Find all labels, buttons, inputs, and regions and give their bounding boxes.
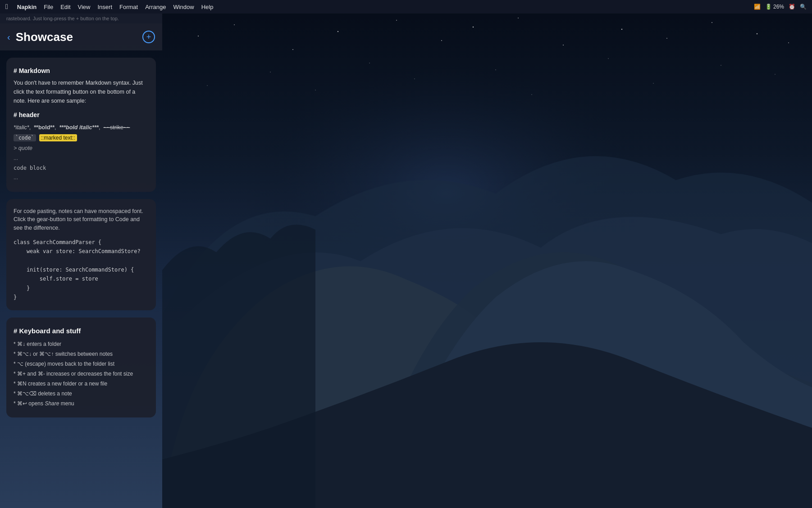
apple-menu[interactable]: 	[5, 3, 8, 11]
code-line-5: self.store = store	[14, 274, 149, 283]
markdown-note[interactable]: # Markdown You don't have to remember Ma…	[6, 58, 156, 192]
italic-sample: *italic*	[14, 124, 29, 131]
back-button[interactable]: ‹	[7, 32, 10, 42]
svg-point-4	[292, 49, 293, 50]
svg-point-25	[653, 83, 654, 84]
code-marked-line: `code` ::marked text::	[14, 133, 149, 142]
quote-sample: > quote	[14, 144, 149, 153]
svg-point-13	[712, 22, 712, 23]
add-button[interactable]: +	[142, 31, 155, 43]
svg-point-24	[531, 94, 532, 95]
menubar-arrange[interactable]: Arrange	[145, 4, 166, 10]
svg-point-17	[369, 63, 370, 64]
markdown-section: # header *italic*, **bold**, ***bold ita…	[14, 110, 149, 182]
markdown-heading: # Markdown	[14, 66, 149, 76]
svg-point-22	[315, 90, 316, 91]
marked-text-sample: ::marked text::	[39, 134, 77, 141]
svg-point-14	[757, 33, 757, 34]
svg-point-19	[608, 58, 609, 59]
svg-point-15	[788, 42, 789, 43]
svg-point-7	[441, 40, 442, 41]
markdown-body: You don't have to remember Markdown synt…	[14, 78, 149, 105]
svg-point-21	[207, 85, 208, 86]
menubar-help[interactable]: Help	[201, 4, 214, 10]
menubar-file[interactable]: File	[44, 4, 53, 10]
svg-point-11	[621, 29, 622, 30]
keyboard-heading: # Keyboard and stuff	[14, 326, 149, 336]
menubar-right: 📶 🔋 26% ⏰ 🔍	[754, 4, 807, 10]
code-line-6: }	[14, 284, 149, 293]
keyboard-list: * ⌘↓ enters a folder * ⌘⌥↓ or ⌘⌥↑ switch…	[14, 340, 149, 408]
codeblock-sample: code block	[14, 164, 149, 172]
keyboard-note[interactable]: # Keyboard and stuff * ⌘↓ enters a folde…	[6, 318, 156, 417]
menubar:  Napkin File Edit View Insert Format Ar…	[0, 0, 812, 14]
menubar-view[interactable]: View	[78, 4, 91, 10]
code-desc-line1: For code pasting, notes can have monospa…	[14, 208, 143, 214]
svg-point-3	[234, 24, 235, 25]
kbd-item-3: * ⌥ (escape) moves back to the folder li…	[14, 360, 149, 368]
dots-sample-2: ...	[14, 173, 149, 182]
svg-point-26	[775, 74, 776, 75]
code-note[interactable]: For code pasting, notes can have monospa…	[6, 199, 156, 310]
markdown-inline-line: *italic*, **bold**, ***bold italic***, ~…	[14, 123, 149, 132]
menubar-insert[interactable]: Insert	[98, 4, 113, 10]
kbd-item-1: * ⌘↓ enters a folder	[14, 340, 149, 348]
svg-point-10	[563, 45, 564, 45]
svg-point-20	[721, 65, 721, 66]
scroll-area[interactable]: # Markdown You don't have to remember Ma…	[0, 50, 162, 508]
svg-point-8	[473, 27, 474, 27]
menubar-edit[interactable]: Edit	[60, 4, 70, 10]
bold-italic-sample: ***bold italic***	[59, 124, 99, 131]
menubar-format[interactable]: Format	[119, 4, 138, 10]
code-inline-sample: `code`	[14, 134, 36, 141]
menubar-search[interactable]: 🔍	[800, 4, 807, 10]
svg-point-12	[666, 38, 667, 39]
code-line-3	[14, 256, 149, 265]
svg-point-18	[495, 69, 496, 70]
header-bar: ‹ Showcase +	[0, 23, 162, 50]
menubar-battery: 🔋 26%	[765, 4, 784, 10]
code-line-1: class SearchCommandParser {	[14, 238, 149, 247]
menubar-napkin[interactable]: Napkin	[17, 4, 36, 10]
napkin-panel: rasteboard. Just long-press the + button…	[0, 14, 162, 508]
svg-point-9	[518, 18, 519, 18]
code-line-4: init(store: SearchCommandStore) {	[14, 265, 149, 274]
top-hint: rasteboard. Just long-press the + button…	[0, 14, 162, 23]
svg-point-5	[338, 31, 338, 32]
kbd-item-6: * ⌘⌥⌫ deletes a note	[14, 390, 149, 398]
kbd-item-2: * ⌘⌥↓ or ⌘⌥↑ switches between notes	[14, 350, 149, 358]
code-block: class SearchCommandParser { weak var sto…	[14, 238, 149, 302]
code-line-7: }	[14, 293, 149, 302]
menubar-window[interactable]: Window	[173, 4, 194, 10]
kbd-item-5: * ⌘N creates a new folder or a new file	[14, 380, 149, 388]
svg-point-23	[414, 78, 415, 79]
svg-point-6	[396, 20, 397, 21]
code-line-2: weak var store: SearchCommandStore?	[14, 247, 149, 256]
kbd-item-7: * ⌘↩ opens Share menu	[14, 399, 149, 408]
dots-sample-1: ...	[14, 154, 149, 163]
menubar-left:  Napkin File Edit View Insert Format Ar…	[5, 3, 213, 11]
strike-sample: ~~strike~~	[103, 124, 130, 131]
code-desc: For code pasting, notes can have monospa…	[14, 207, 149, 232]
kbd-item-4: * ⌘+ and ⌘- increases or decreases the f…	[14, 370, 149, 378]
menubar-wifi: 📶	[754, 4, 761, 10]
bold-sample: **bold**	[34, 124, 55, 131]
svg-point-2	[198, 36, 199, 36]
menubar-time: ⏰	[789, 4, 795, 10]
markdown-header-sample: # header	[14, 110, 149, 120]
code-desc-line2: Click the gear-button to set formatting …	[14, 216, 140, 222]
svg-point-16	[270, 72, 271, 73]
code-desc-line3: see the difference.	[14, 225, 60, 231]
showcase-title: Showcase	[16, 30, 137, 44]
